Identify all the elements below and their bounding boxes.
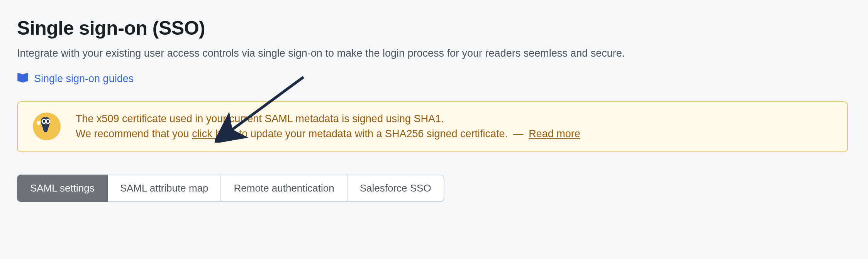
- banner-line-1: The x509 certificate used in your curren…: [76, 111, 580, 126]
- svg-point-3: [43, 120, 45, 123]
- page-description: Integrate with your existing user access…: [17, 46, 868, 61]
- tab-saml-settings[interactable]: SAML settings: [17, 175, 108, 202]
- page-title: Single sign-on (SSO): [17, 17, 868, 39]
- em-dash: —: [513, 128, 524, 140]
- sso-guides-link[interactable]: Single sign-on guides: [17, 72, 134, 85]
- book-icon: [17, 72, 29, 85]
- tab-salesforce-sso[interactable]: Salesforce SSO: [348, 175, 444, 202]
- banner-line2-post: to update your metadata with a SHA256 si…: [236, 128, 510, 140]
- banner-text: The x509 certificate used in your curren…: [76, 111, 580, 141]
- click-here-link[interactable]: click here: [192, 128, 236, 140]
- owl-bell-icon: [32, 112, 61, 142]
- tab-saml-attribute-map[interactable]: SAML attribute map: [108, 175, 222, 202]
- svg-point-4: [47, 120, 49, 123]
- sso-guides-link-label: Single sign-on guides: [34, 73, 134, 85]
- banner-line2-pre: We recommend that you: [76, 128, 192, 140]
- sha1-warning-banner: The x509 certificate used in your curren…: [17, 101, 848, 152]
- sso-tabbar: SAML settings SAML attribute map Remote …: [17, 175, 868, 202]
- read-more-link[interactable]: Read more: [529, 128, 580, 140]
- tab-remote-authentication[interactable]: Remote authentication: [221, 175, 347, 202]
- banner-line-2: We recommend that you click here to upda…: [76, 126, 580, 141]
